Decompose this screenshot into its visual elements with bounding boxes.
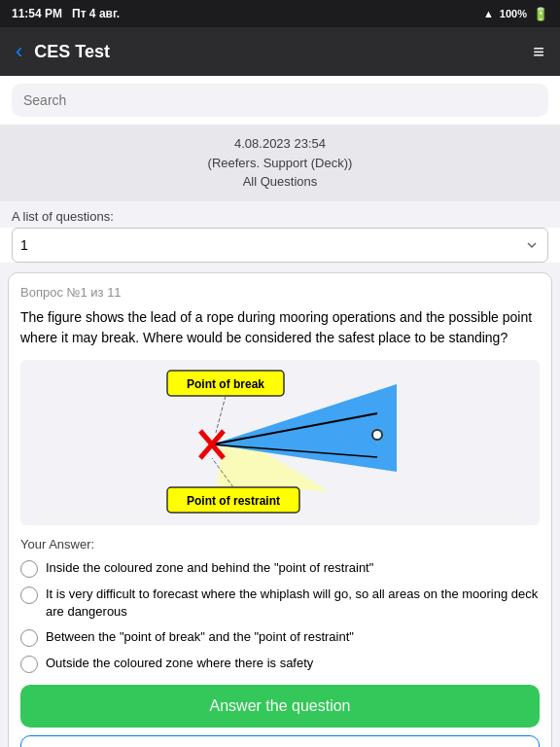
page-title: CES Test [34,42,110,62]
skip-button[interactable]: Skip [20,735,540,747]
nav-bar-left: ‹ CES Test [12,35,110,68]
answer-text-3: Outside the coloured zone where there is… [46,655,313,672]
answer-text-1: It is very difficult to forecast where t… [46,586,540,621]
answer-option-0[interactable]: Inside the coloured zone and behind the … [20,559,540,578]
question-select[interactable]: 1 2 3 [12,228,548,263]
answer-button[interactable]: Answer the question [20,685,540,728]
answer-text-2: Between the "point of break" and the "po… [46,628,354,646]
question-number: Вопрос №1 из 11 [20,285,540,300]
dropdown-container: 1 2 3 [0,228,560,263]
radio-1[interactable] [20,587,38,604]
status-bar-left: 11:54 PM Пт 4 авг. [12,7,120,20]
info-scope: All Questions [10,172,550,192]
your-answer-label: Your Answer: [20,537,540,551]
diagram-svg: Point of break Point of restraint [163,365,397,520]
search-input[interactable] [12,84,548,117]
radio-3[interactable] [20,656,38,673]
status-day: Пт 4 авг. [72,7,120,20]
radio-0[interactable] [20,560,38,578]
status-time: 11:54 PM [12,7,62,20]
status-bar: 11:54 PM Пт 4 авг. ▲ 100% 🔋 [0,0,560,27]
info-category: (Reefers. Support (Deck)) [10,154,550,173]
answer-text-0: Inside the coloured zone and behind the … [46,559,373,577]
svg-point-6 [372,430,382,440]
back-button[interactable]: ‹ [12,35,26,68]
svg-text:Point of break: Point of break [187,377,264,391]
radio-2[interactable] [20,629,38,647]
questions-label: A list of questions: [0,201,560,228]
answer-option-1[interactable]: It is very difficult to forecast where t… [20,586,540,621]
status-bar-right: ▲ 100% 🔋 [483,7,548,21]
battery-percent: 100% [500,8,527,19]
info-date: 4.08.2023 23:54 [10,134,550,154]
answer-option-3[interactable]: Outside the coloured zone where there is… [20,655,540,673]
svg-text:Point of restraint: Point of restraint [187,494,280,508]
question-diagram: Point of break Point of restraint [20,360,540,525]
info-block: 4.08.2023 23:54 (Reefers. Support (Deck)… [0,124,560,201]
menu-button[interactable]: ≡ [529,37,548,67]
question-text: The figure shows the lead of a rope duri… [20,307,540,348]
search-container [0,76,560,124]
battery-icon: 🔋 [533,7,548,21]
question-card: Вопрос №1 из 11 The figure shows the lea… [8,272,552,748]
answer-option-2[interactable]: Between the "point of break" and the "po… [20,628,540,647]
nav-bar: ‹ CES Test ≡ [0,27,560,76]
svg-line-11 [216,396,226,433]
wifi-icon: ▲ [483,8,494,19]
